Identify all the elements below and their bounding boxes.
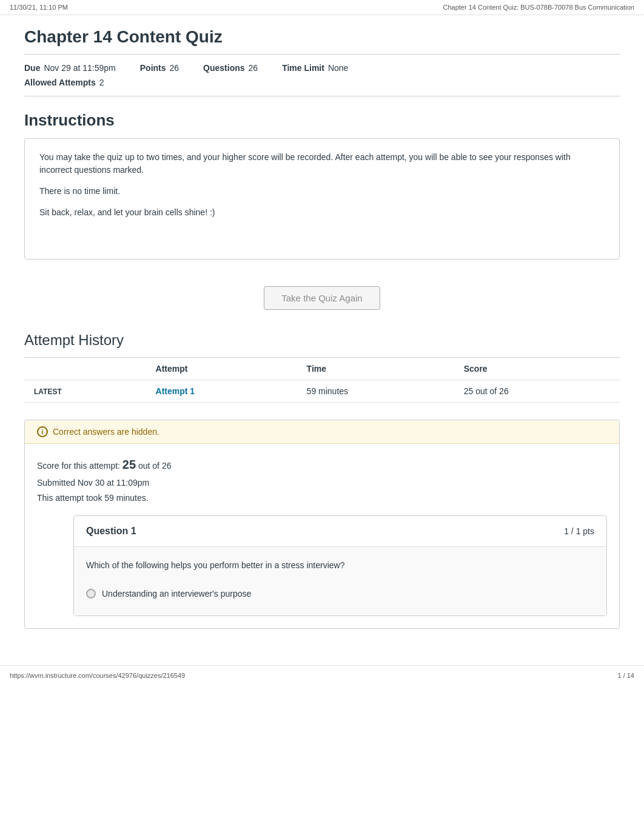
time-limit-label: Time Limit: [282, 63, 324, 73]
question-1-block: Question 1 1 / 1 pts Which of the follow…: [73, 515, 607, 616]
question-1-body: Which of the following helps you perform…: [74, 547, 606, 615]
take-quiz-section: Take the Quiz Again: [24, 274, 620, 332]
attempt-history-table: Attempt Time Score LATEST Attempt 1 59 m…: [24, 358, 620, 403]
score-value: 25: [122, 458, 136, 471]
score-details: Score for this attempt: 25 out of 26 Sub…: [25, 444, 619, 515]
footer-url: https://wvm.instructure.com/courses/4297…: [10, 672, 185, 679]
instructions-box: You may take the quiz up to two times, a…: [24, 138, 620, 260]
correct-answers-notice: i Correct answers are hidden.: [25, 420, 619, 444]
attempt-time: 59 minutes: [297, 380, 454, 403]
answer-option-1: Understanding an interviewer's purpose: [86, 584, 594, 603]
answer-text-1: Understanding an interviewer's purpose: [102, 589, 251, 599]
quiz-title: Chapter 14 Content Quiz: [24, 15, 620, 55]
radio-icon: [86, 589, 96, 599]
instructions-heading: Instructions: [24, 96, 620, 138]
questions-value: 26: [249, 63, 258, 73]
due-value: Nov 29 at 11:59pm: [44, 63, 115, 73]
col-header-score: Score: [454, 358, 620, 380]
question-1-number: Question 1: [86, 526, 136, 537]
attempt-score: 25 out of 26: [454, 380, 620, 403]
points-value: 26: [170, 63, 179, 73]
col-header-attempt: Attempt: [146, 358, 297, 380]
timestamp: 11/30/21, 11:10 PM: [10, 4, 68, 11]
due-label: Due: [24, 63, 40, 73]
score-line: Score for this attempt: 25 out of 26: [37, 454, 607, 475]
quiz-meta: Due Nov 29 at 11:59pm Points 26 Question…: [24, 55, 620, 96]
allowed-attempts-label: Allowed Attempts: [24, 78, 96, 87]
score-total: out of 26: [138, 461, 172, 471]
score-label: Score for this attempt:: [37, 461, 120, 471]
points-label: Points: [140, 63, 166, 73]
table-row: LATEST Attempt 1 59 minutes 25 out of 26: [24, 380, 620, 403]
correct-answers-text: Correct answers are hidden.: [53, 427, 159, 437]
attempt-history-heading: Attempt History: [24, 332, 620, 358]
page-header-title: Chapter 14 Content Quiz: BUS-078B-70078 …: [443, 4, 634, 11]
latest-label: LATEST: [34, 387, 62, 396]
duration-line: This attempt took 59 minutes.: [37, 491, 607, 506]
submitted-line: Submitted Nov 30 at 11:09pm: [37, 475, 607, 491]
result-box: i Correct answers are hidden. Score for …: [24, 420, 620, 629]
time-limit-value: None: [328, 63, 348, 73]
footer-bar: https://wvm.instructure.com/courses/4297…: [0, 665, 644, 685]
instructions-para-3: Sit back, relax, and let your brain cell…: [39, 206, 605, 219]
col-header-label: [24, 358, 146, 380]
col-header-time: Time: [297, 358, 454, 380]
question-1-pts: 1 / 1 pts: [564, 526, 594, 536]
question-1-header: Question 1 1 / 1 pts: [74, 516, 606, 547]
info-icon: i: [37, 426, 48, 437]
allowed-attempts-value: 2: [99, 78, 104, 87]
instructions-para-2: There is no time limit.: [39, 185, 605, 198]
footer-page: 1 / 14: [617, 672, 634, 679]
questions-label: Questions: [203, 63, 244, 73]
instructions-para-1: You may take the quiz up to two times, a…: [39, 151, 605, 176]
attempt-1-link[interactable]: Attempt 1: [156, 386, 195, 396]
question-1-text: Which of the following helps you perform…: [86, 559, 594, 572]
take-quiz-again-button[interactable]: Take the Quiz Again: [264, 286, 380, 310]
